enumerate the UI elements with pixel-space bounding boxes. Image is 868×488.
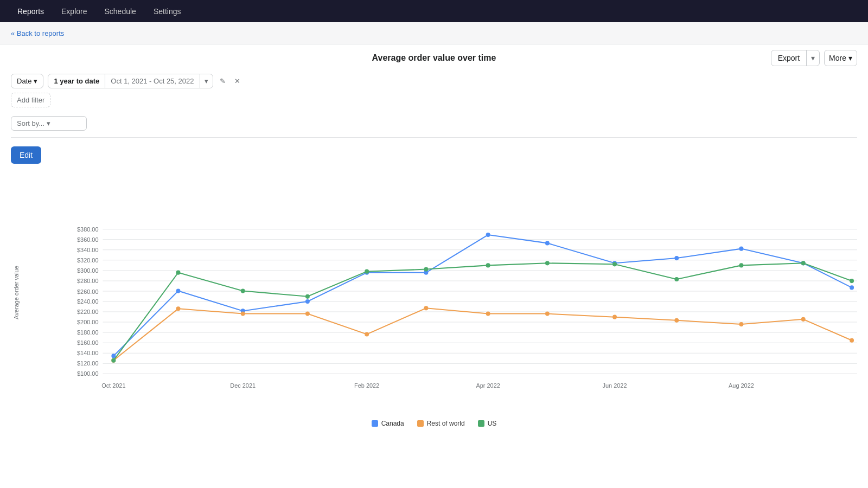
us-label: US: [488, 420, 497, 427]
edit-button[interactable]: Edit: [11, 146, 41, 164]
sort-by-dropdown[interactable]: Sort by... ▾: [11, 116, 87, 131]
svg-point-67: [424, 267, 428, 271]
svg-text:Aug 2022: Aug 2022: [729, 382, 754, 389]
more-button[interactable]: More ▾: [824, 50, 857, 66]
chart-container: Average order value .axis-text { font-si…: [11, 168, 857, 418]
nav-reports[interactable]: Reports: [9, 0, 53, 22]
rest-of-world-dot: [417, 420, 424, 427]
nav-settings[interactable]: Settings: [145, 0, 190, 22]
range-dropdown-icon[interactable]: ▾: [200, 74, 213, 88]
page-title: Average order value over time: [372, 53, 496, 63]
date-range-label: Oct 1, 2021 - Oct 25, 2022: [105, 74, 200, 88]
main-content: Average order value over time Export ▾ M…: [0, 44, 868, 436]
svg-point-74: [850, 279, 854, 283]
filter-row: Date ▾ 1 year to date Oct 1, 2021 - Oct …: [11, 74, 857, 88]
svg-text:$320.00: $320.00: [77, 257, 98, 264]
top-nav: Reports Explore Schedule Settings: [0, 0, 868, 22]
period-label: 1 year to date: [48, 74, 105, 88]
svg-text:$340.00: $340.00: [77, 247, 98, 253]
rest-of-world-label: Rest of world: [427, 420, 465, 427]
svg-text:Oct 2021: Oct 2021: [101, 382, 125, 389]
page-header: Average order value over time Export ▾ M…: [11, 53, 857, 63]
us-dot: [478, 420, 484, 427]
more-arrow-icon: ▾: [848, 54, 852, 62]
sort-chevron-icon: ▾: [47, 119, 50, 127]
header-actions: Export ▾ More ▾: [771, 50, 857, 66]
date-label: Date: [17, 77, 31, 85]
add-filter-button[interactable]: Add filter: [11, 93, 50, 107]
date-chip: 1 year to date Oct 1, 2021 - Oct 25, 202…: [48, 74, 213, 88]
legend-rest-of-world: Rest of world: [417, 420, 465, 427]
more-label: More: [829, 54, 846, 62]
svg-point-64: [241, 288, 245, 293]
date-filter-button[interactable]: Date ▾: [11, 74, 43, 88]
svg-text:$180.00: $180.00: [77, 329, 98, 336]
svg-point-70: [612, 262, 617, 266]
svg-point-42: [486, 233, 490, 237]
breadcrumb-bar: « Back to reports: [0, 22, 868, 44]
add-filter-label: Add filter: [17, 96, 44, 104]
export-arrow-icon: ▾: [807, 50, 819, 66]
svg-point-55: [486, 311, 490, 316]
svg-point-73: [801, 261, 806, 265]
svg-point-54: [424, 306, 428, 310]
svg-text:$260.00: $260.00: [77, 288, 98, 294]
y-axis-label: Average order value: [13, 168, 20, 418]
canada-dot: [372, 420, 378, 427]
nav-explore[interactable]: Explore: [53, 0, 95, 22]
svg-text:$220.00: $220.00: [77, 308, 98, 314]
svg-text:$160.00: $160.00: [77, 339, 98, 346]
svg-text:Apr 2022: Apr 2022: [476, 382, 500, 389]
sort-by-label: Sort by...: [17, 119, 44, 127]
svg-text:$140.00: $140.00: [77, 350, 98, 356]
svg-text:$360.00: $360.00: [77, 236, 98, 243]
svg-text:$240.00: $240.00: [77, 298, 98, 305]
svg-point-59: [739, 322, 743, 326]
svg-point-46: [739, 247, 743, 251]
nav-schedule[interactable]: Schedule: [96, 0, 145, 22]
svg-point-51: [241, 311, 245, 316]
sort-row: Sort by... ▾: [11, 116, 857, 138]
svg-point-39: [305, 299, 310, 304]
svg-point-71: [674, 277, 679, 281]
back-to-reports-link[interactable]: « Back to reports: [11, 29, 64, 37]
svg-point-61: [850, 338, 854, 343]
svg-text:Feb 2022: Feb 2022: [354, 382, 379, 389]
svg-point-57: [612, 315, 617, 319]
svg-point-58: [674, 318, 679, 323]
svg-point-66: [365, 269, 369, 274]
export-label: Export: [771, 50, 807, 66]
svg-point-69: [545, 261, 550, 265]
svg-point-37: [176, 288, 181, 293]
svg-point-62: [111, 358, 116, 363]
svg-point-56: [545, 311, 550, 316]
svg-point-50: [176, 306, 181, 311]
date-arrow-icon: ▾: [34, 77, 37, 85]
svg-point-60: [801, 317, 806, 322]
svg-point-48: [850, 285, 854, 290]
svg-point-45: [674, 256, 679, 260]
canada-label: Canada: [381, 420, 404, 427]
svg-text:$200.00: $200.00: [77, 319, 98, 325]
chart-legend: Canada Rest of world US: [11, 420, 857, 427]
legend-canada: Canada: [372, 420, 404, 427]
svg-text:Dec 2021: Dec 2021: [230, 382, 256, 389]
filter-close-icon[interactable]: ✕: [232, 74, 242, 88]
chart-svg: .axis-text { font-size: 11px; fill: #6d7…: [60, 168, 857, 390]
svg-point-52: [305, 311, 310, 316]
svg-text:$100.00: $100.00: [77, 370, 98, 377]
svg-point-68: [486, 263, 490, 267]
svg-text:Jun 2022: Jun 2022: [603, 382, 627, 389]
svg-text:$300.00: $300.00: [77, 267, 98, 274]
svg-text:$380.00: $380.00: [77, 226, 98, 233]
legend-us: US: [478, 420, 497, 427]
svg-point-72: [739, 263, 743, 267]
svg-text:$120.00: $120.00: [77, 360, 98, 367]
export-button[interactable]: Export ▾: [771, 50, 820, 66]
svg-point-53: [365, 332, 369, 336]
filter-edit-icon[interactable]: ✎: [218, 74, 228, 88]
svg-point-43: [545, 241, 550, 245]
svg-point-63: [176, 271, 181, 275]
svg-text:$280.00: $280.00: [77, 278, 98, 284]
svg-point-65: [305, 294, 310, 299]
